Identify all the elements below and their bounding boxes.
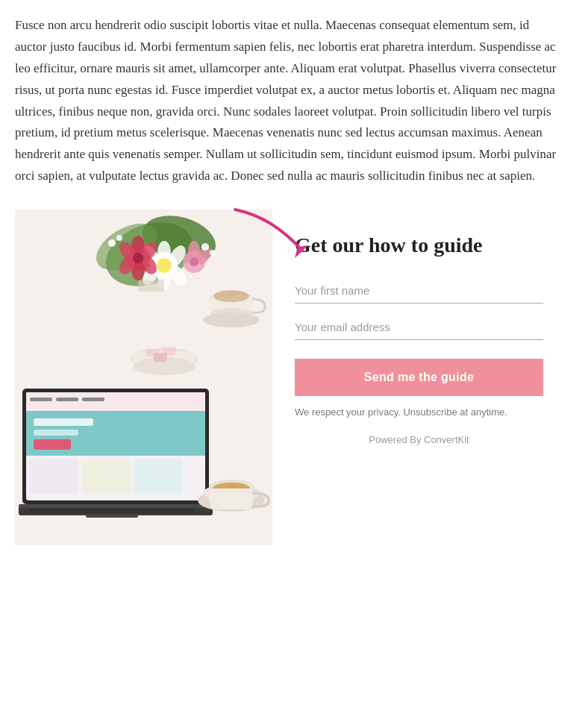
- bottom-section: Get our how to guide Send me the guide W…: [15, 210, 558, 545]
- svg-rect-28: [138, 280, 164, 292]
- article-text: Fusce non arcu hendrerit odio suscipit l…: [15, 15, 558, 187]
- svg-point-33: [203, 312, 260, 327]
- submit-button[interactable]: Send me the guide: [295, 359, 543, 396]
- svg-rect-55: [82, 459, 131, 493]
- svg-rect-56: [134, 459, 183, 493]
- svg-rect-60: [86, 514, 138, 518]
- svg-rect-51: [34, 430, 78, 436]
- svg-rect-40: [146, 346, 159, 349]
- svg-point-11: [157, 258, 172, 273]
- svg-point-26: [201, 243, 209, 251]
- svg-rect-58: [19, 504, 213, 508]
- svg-rect-39: [154, 353, 167, 362]
- powered-by-text: Powered By ConvertKit: [295, 434, 543, 445]
- svg-point-25: [116, 235, 122, 241]
- svg-rect-50: [34, 418, 93, 426]
- privacy-text: We respect your privacy. Unsubscribe at …: [295, 405, 543, 420]
- svg-rect-48: [82, 398, 104, 401]
- svg-rect-54: [30, 459, 78, 493]
- svg-rect-53: [36, 442, 69, 447]
- first-name-group: [295, 278, 543, 304]
- form-section: Get our how to guide Send me the guide W…: [272, 210, 558, 460]
- svg-point-19: [133, 253, 143, 263]
- svg-rect-46: [30, 398, 52, 401]
- svg-point-23: [190, 257, 198, 266]
- svg-rect-45: [26, 392, 205, 411]
- page-container: Fusce non arcu hendrerit odio suscipit l…: [0, 0, 588, 575]
- first-name-input[interactable]: [295, 278, 543, 304]
- svg-point-24: [108, 239, 116, 247]
- guide-heading: Get our how to guide: [295, 232, 543, 259]
- svg-rect-47: [56, 398, 78, 401]
- svg-rect-41: [162, 345, 175, 348]
- svg-point-27: [210, 250, 216, 256]
- arrow-container: [228, 202, 317, 262]
- svg-point-32: [213, 290, 249, 302]
- svg-rect-59: [30, 508, 194, 513]
- email-group: [295, 315, 543, 340]
- email-input[interactable]: [295, 315, 543, 340]
- svg-marker-65: [295, 237, 308, 258]
